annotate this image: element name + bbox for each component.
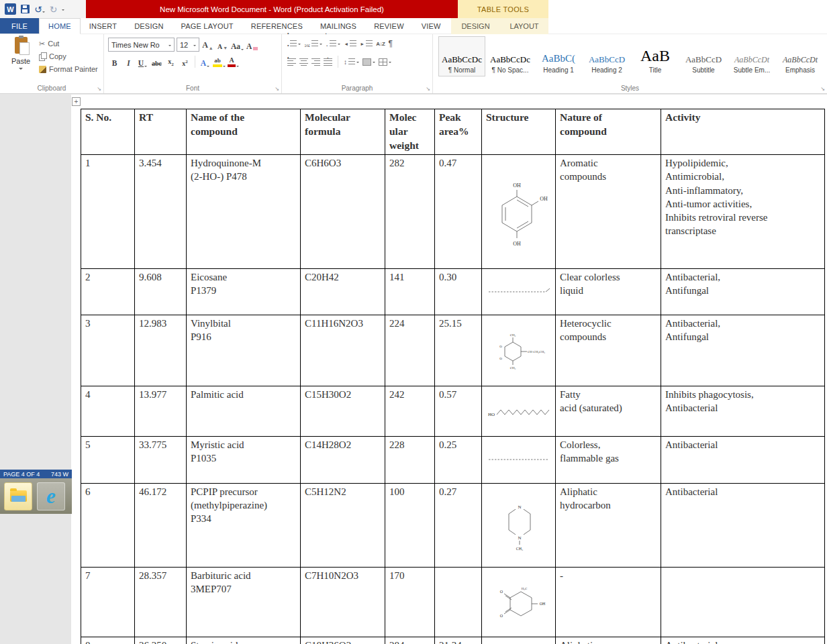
cell-peak[interactable]: 21.34	[435, 637, 482, 644]
cell-rt[interactable]: 46.172	[135, 483, 187, 568]
style-card-normal[interactable]: AaBbCcDc¶ Normal	[438, 36, 485, 76]
tab-design[interactable]: DESIGN	[126, 18, 172, 34]
style-card-heading1[interactable]: AaBbC(Heading 1	[535, 36, 582, 76]
cell-nature[interactable]: Clear colorless liquid	[556, 268, 661, 315]
word-count[interactable]: 743 W	[51, 471, 68, 478]
tab-review[interactable]: REVIEW	[365, 18, 413, 34]
cell-activity[interactable]: Antibacterial, Antifungal	[661, 315, 825, 386]
cell-activity[interactable]: Hypolipidemic, Antimicrobial, Anti-infla…	[661, 155, 825, 269]
format-painter-button[interactable]: Format Painter	[39, 65, 98, 73]
header-peak[interactable]: Peak area%	[435, 109, 482, 155]
decrease-indent-button[interactable]: ◄	[344, 38, 356, 49]
multilevel-list-button[interactable]	[326, 38, 341, 49]
italic-button[interactable]: I	[122, 55, 135, 68]
cell-formula[interactable]: C14H28O2	[301, 437, 385, 484]
superscript-button[interactable]: x2	[179, 55, 191, 68]
cell-nature[interactable]: Aromatic compounds	[556, 155, 661, 269]
cell-weight[interactable]: 224	[385, 315, 435, 386]
header-nature[interactable]: Nature of compound	[556, 109, 661, 155]
cell-formula[interactable]: C18H36O2	[301, 637, 385, 644]
cell-weight[interactable]: 282	[385, 155, 435, 269]
header-rt[interactable]: RT	[135, 109, 187, 155]
cell-weight[interactable]: 284	[385, 637, 435, 644]
cell-sno[interactable]: 5	[81, 437, 135, 484]
cell-rt[interactable]: 12.983	[135, 315, 187, 386]
change-case-button[interactable]: Aa	[231, 38, 244, 52]
header-name[interactable]: Name of the compound	[187, 109, 301, 155]
undo-button[interactable]: ↺	[34, 3, 45, 15]
cell-structure[interactable]: HO	[482, 386, 556, 437]
font-color-button[interactable]: A	[227, 55, 240, 68]
cell-peak[interactable]: 0.30	[435, 268, 482, 315]
cell-rt[interactable]: 26.250	[135, 637, 187, 644]
cell-name[interactable]: Vinylbital P916	[187, 315, 301, 386]
styles-dialog-launcher[interactable]: ↘	[820, 87, 825, 92]
style-card-subtitle[interactable]: AaBbCcDSubtitle	[680, 36, 727, 76]
shading-button[interactable]	[362, 56, 375, 67]
cell-sno[interactable]: 6	[81, 483, 135, 568]
subscript-button[interactable]: x2	[164, 55, 177, 68]
cell-sno[interactable]: 7	[81, 568, 135, 637]
tab-view[interactable]: VIEW	[413, 18, 450, 34]
cell-name[interactable]: Myristic acid P1035	[187, 437, 301, 484]
cell-name[interactable]: Stearic acid P1389	[187, 637, 301, 644]
shrink-font-button[interactable]: A▼	[216, 38, 229, 52]
font-family-select[interactable]: Times New Ro	[108, 38, 175, 52]
borders-button[interactable]	[379, 56, 391, 67]
cell-sno[interactable]: 8	[81, 637, 135, 644]
cell-formula[interactable]: C11H16N2O3	[301, 315, 385, 386]
header-structure[interactable]: Structure	[482, 109, 556, 155]
tab-home[interactable]: HOME	[39, 18, 81, 34]
increase-indent-button[interactable]: ►	[360, 38, 373, 49]
style-card-subtle-emphasis[interactable]: AaBbCcDtSubtle Em...	[728, 36, 775, 76]
page-indicator[interactable]: PAGE 4 OF 4	[3, 471, 40, 478]
cell-sno[interactable]: 1	[81, 155, 135, 269]
redo-icon[interactable]: ↻	[50, 5, 58, 14]
text-effects-button[interactable]: A	[199, 55, 211, 68]
cut-button[interactable]: ✂Cut	[39, 40, 98, 48]
cell-nature[interactable]: Heterocyclic compounds	[556, 315, 661, 386]
cell-formula[interactable]: C20H42	[301, 268, 385, 315]
cell-peak[interactable]: 25.15	[435, 315, 482, 386]
cell-formula[interactable]: C7H10N2O3	[301, 568, 385, 637]
align-center-button[interactable]	[299, 56, 308, 67]
paste-button[interactable]: Paste	[5, 37, 36, 81]
cell-weight[interactable]: 170	[385, 568, 435, 637]
cell-weight[interactable]: 242	[385, 386, 435, 437]
grow-font-button[interactable]: A▲	[201, 38, 214, 52]
cell-weight[interactable]: 100	[385, 483, 435, 568]
clear-formatting-button[interactable]: A	[246, 38, 258, 52]
header-activity[interactable]: Activity	[661, 109, 825, 155]
cell-nature[interactable]: Aliphatic hydrocarbon	[556, 637, 661, 644]
cell-structure[interactable]: H₃C–(CH₂)₁₆–C O OH	[482, 637, 556, 644]
cell-sno[interactable]: 2	[81, 268, 135, 315]
tab-references[interactable]: REFERENCES	[242, 18, 311, 34]
tab-page-layout[interactable]: PAGE LAYOUT	[173, 18, 242, 34]
cell-rt[interactable]: 28.357	[135, 568, 187, 637]
bold-button[interactable]: B	[108, 55, 121, 68]
justify-button[interactable]	[324, 56, 332, 67]
cell-structure[interactable]: CH₂ CH·CH₂CH₃ CH₃ O O	[482, 315, 556, 386]
font-size-select[interactable]: 12	[177, 38, 199, 52]
style-card-heading2[interactable]: AaBbCcDHeading 2	[583, 36, 630, 76]
cell-activity[interactable]: Inhibits phagocytosis, Antibacterial	[661, 386, 825, 437]
cell-structure[interactable]	[482, 268, 556, 315]
cell-peak[interactable]: 0.25	[435, 437, 482, 484]
header-formula[interactable]: Molecular formula	[301, 109, 385, 155]
header-weight[interactable]: Molec ular weight	[385, 109, 435, 155]
line-spacing-button[interactable]: ↕	[344, 56, 359, 67]
cell-weight[interactable]: 228	[385, 437, 435, 484]
cell-structure[interactable]	[482, 437, 556, 484]
paragraph-dialog-launcher[interactable]: ↘	[426, 87, 430, 92]
cell-activity[interactable]: Antibacterial, Antifungal	[661, 268, 825, 315]
cell-activity[interactable]	[661, 568, 825, 637]
taskbar-folder-button[interactable]	[4, 482, 32, 511]
cell-rt[interactable]: 9.608	[135, 268, 187, 315]
cell-rt[interactable]: 13.977	[135, 386, 187, 437]
cell-formula[interactable]: C15H30O2	[301, 386, 385, 437]
cell-peak[interactable]: 0.57	[435, 386, 482, 437]
cell-formula[interactable]: C5H12N2	[301, 483, 385, 568]
tab-table-layout[interactable]: LAYOUT	[500, 18, 548, 34]
cell-peak[interactable]: 0.47	[435, 155, 482, 269]
cell-structure[interactable]: OH OH OH	[482, 155, 556, 269]
